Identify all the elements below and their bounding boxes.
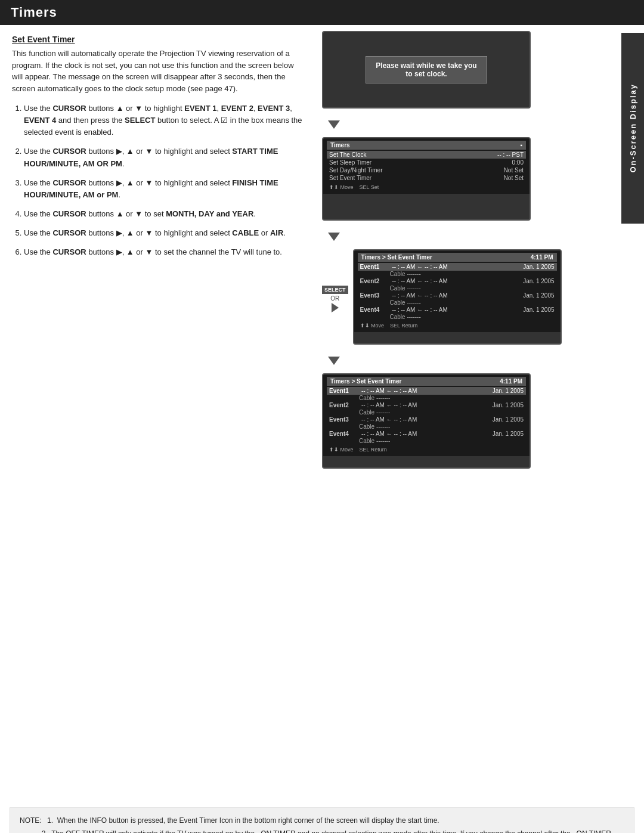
event4-sub-1: Cable ------- xyxy=(327,395,526,401)
steps-list: Use the CURSOR buttons ▲ or ▼ to highlig… xyxy=(12,103,304,258)
arrow-down-icon-2 xyxy=(328,233,340,241)
event-footer-3: ⬆⬇ Move SEL Return xyxy=(358,321,557,330)
arrow-3 xyxy=(322,354,562,367)
arrow-down-icon xyxy=(328,120,340,129)
intro-text: This function will automatically operate… xyxy=(12,48,304,94)
wait-message: Please wait while we take you to set clo… xyxy=(366,56,487,83)
arrow-1 xyxy=(322,118,562,131)
event-sub-3: Cable ------- xyxy=(358,299,557,306)
vertical-tab: On-Screen Display xyxy=(621,33,644,224)
screen-2: Timers ▪ Set The Clock -- : -- PST Set S… xyxy=(322,137,531,221)
event-row-2: Event2 -- : -- AM ← -- : -- AM Jan. 1 20… xyxy=(358,277,557,285)
menu-row-sleep: Set Sleep Timer 0:00 xyxy=(327,159,526,166)
menu-footer-2: ⬆⬇ Move SEL Set xyxy=(327,183,526,191)
event-row-3: Event3 -- : -- AM ← -- : -- AM Jan. 1 20… xyxy=(358,292,557,299)
event-row-1: Event1 -- : -- AM ← -- : -- AM Jan. 1 20… xyxy=(358,263,557,271)
event-title-4: Timers > Set Event Timer 4:11 PM xyxy=(327,377,526,386)
arrow-right-icon xyxy=(332,303,339,312)
step-2: Use the CURSOR buttons ▶, ▲ or ▼ to high… xyxy=(24,145,304,169)
or-label: OR xyxy=(330,295,339,302)
event-title-3: Timers > Set Event Timer 4:11 PM xyxy=(358,253,557,262)
arrow-2 xyxy=(322,230,562,243)
step-4: Use the CURSOR buttons ▲ or ▼ to set MON… xyxy=(24,208,304,220)
event4-sub-3: Cable ------- xyxy=(327,423,526,430)
notes-section: NOTE: 1. When the INFO button is pressed… xyxy=(10,807,634,833)
event-sub-1: Cable ------- xyxy=(358,271,557,277)
step-1: Use the CURSOR buttons ▲ or ▼ to highlig… xyxy=(24,103,304,138)
page-title: Timers xyxy=(11,5,633,20)
menu-title-2: Timers ▪ xyxy=(327,141,526,150)
tv-event-menu-4: Timers > Set Event Timer 4:11 PM Event1 … xyxy=(323,374,530,456)
vertical-tab-label: On-Screen Display xyxy=(628,83,637,173)
event4-sub-4: Cable ------- xyxy=(327,438,526,444)
event-footer-4: ⬆⬇ Move SEL Return xyxy=(327,445,526,454)
menu-row-clock: Set The Clock -- : -- PST xyxy=(327,151,526,159)
section-title: Set Event Timer xyxy=(12,35,304,44)
event-sub-2: Cable ------- xyxy=(358,285,557,292)
side-connector: SELECT OR xyxy=(322,286,348,312)
event4-row-2: Event2 -- : -- AM ← -- : -- AM Jan. 1 20… xyxy=(327,401,526,409)
event4-row-1: Event1 -- : -- AM ← -- : -- AM Jan. 1 20… xyxy=(327,387,526,395)
step-6: Use the CURSOR buttons ▶, ▲ or ▼ to set … xyxy=(24,246,304,258)
main-content: Set Event Timer This function will autom… xyxy=(0,25,644,800)
note-2: 2. The OFF TIMER will only activate if t… xyxy=(20,828,624,833)
screens-row-3: SELECT OR Timers > Set Event Timer 4:11 … xyxy=(322,249,562,348)
tv-event-menu-3: Timers > Set Event Timer 4:11 PM Event1 … xyxy=(354,250,561,332)
event4-sub-2: Cable ------- xyxy=(327,409,526,416)
menu-row-event: Set Event Timer Not Set xyxy=(327,174,526,182)
note-label: NOTE: 1. When the INFO button is pressed… xyxy=(20,815,624,826)
screen-1: Please wait while we take you to set clo… xyxy=(322,31,531,109)
select-label: SELECT xyxy=(322,286,348,294)
event-row-4: Event4 -- : -- AM ← -- : -- AM Jan. 1 20… xyxy=(358,306,557,314)
page-header: Timers xyxy=(0,0,644,25)
event-sub-4: Cable ------- xyxy=(358,314,557,320)
left-column: Set Event Timer This function will autom… xyxy=(0,25,316,800)
screen-4: Timers > Set Event Timer 4:11 PM Event1 … xyxy=(322,373,531,469)
right-column: Please wait while we take you to set clo… xyxy=(316,25,568,800)
menu-row-daynight: Set Day/Night Timer Not Set xyxy=(327,166,526,174)
tv-menu-2: Timers ▪ Set The Clock -- : -- PST Set S… xyxy=(323,138,530,194)
event4-row-3: Event3 -- : -- AM ← -- : -- AM Jan. 1 20… xyxy=(327,416,526,423)
screen-3: Timers > Set Event Timer 4:11 PM Event1 … xyxy=(353,249,562,345)
step-3: Use the CURSOR buttons ▶, ▲ or ▼ to high… xyxy=(24,177,304,201)
arrow-down-icon-3 xyxy=(328,357,340,365)
step-5: Use the CURSOR buttons ▶, ▲ or ▼ to high… xyxy=(24,227,304,239)
event4-row-4: Event4 -- : -- AM ← -- : -- AM Jan. 1 20… xyxy=(327,430,526,438)
